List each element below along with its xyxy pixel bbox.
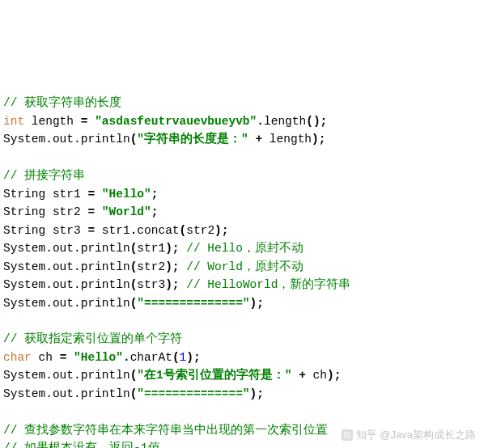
call: System.out.println xyxy=(3,387,130,400)
parens: (); xyxy=(306,115,327,128)
string-literal: "World" xyxy=(102,205,151,218)
string-literal: "Hello" xyxy=(74,351,123,364)
method: length xyxy=(264,115,306,128)
call: System.out.println xyxy=(3,242,130,255)
comment: // 获取指定索引位置的单个字符 xyxy=(3,332,182,345)
paren: ); xyxy=(312,133,325,146)
op-plus: + xyxy=(255,133,262,146)
comment: // 获取字符串的长度 xyxy=(3,96,121,109)
paren: ); xyxy=(214,224,228,237)
call: System.out.println xyxy=(3,133,130,146)
comment: // 查找参数字符串在本来字符串当中出现的第一次索引位置 xyxy=(3,424,328,437)
call: System.out.println xyxy=(3,297,130,310)
comment: // 拼接字符串 xyxy=(3,169,85,182)
watermark: 知 知乎 @Java架构成长之路 xyxy=(342,411,476,443)
type-string: String xyxy=(3,205,45,218)
string-literal: "在1号索引位置的字符是：" xyxy=(137,369,291,382)
string-literal: "asdasfeutrvauevbueyvb" xyxy=(95,115,257,128)
identifier: str2 xyxy=(53,205,81,218)
op-assign: = xyxy=(87,224,95,237)
op-assign: = xyxy=(87,205,95,218)
identifier: length xyxy=(32,115,74,128)
semi: ; xyxy=(151,188,159,201)
identifier: str1 xyxy=(102,224,130,237)
identifier: length xyxy=(270,133,312,146)
dot: . xyxy=(257,115,264,128)
identifier: ch xyxy=(39,351,53,364)
code-block: // 获取字符串的长度 int length = "asdasfeutrvaue… xyxy=(3,76,481,448)
identifier: str2 xyxy=(186,224,214,237)
op-assign: = xyxy=(60,351,67,364)
type-string: String xyxy=(3,224,45,237)
identifier: str1 xyxy=(53,188,81,201)
string-literal: "Hello" xyxy=(102,188,151,201)
keyword-int: int xyxy=(3,115,24,128)
string-literal: "==============" xyxy=(137,387,249,400)
keyword-char: char xyxy=(3,351,32,364)
identifier: str1 xyxy=(137,242,165,255)
call: System.out.println xyxy=(3,260,130,273)
semi: ; xyxy=(151,205,159,218)
number: 1 xyxy=(180,351,187,364)
comment: // World，原封不动 xyxy=(186,260,304,273)
string-literal: "==============" xyxy=(137,297,249,310)
identifier: ch xyxy=(313,369,327,382)
comment: // Hello，原封不动 xyxy=(186,242,304,255)
comment: // HelloWorld，新的字符串 xyxy=(186,278,350,291)
op-assign: = xyxy=(87,188,95,201)
zhihu-icon: 知 xyxy=(342,429,353,441)
paren: ( xyxy=(180,224,187,237)
identifier: str3 xyxy=(137,278,165,291)
watermark-text: 知乎 @Java架构成长之路 xyxy=(356,429,476,441)
identifier: str3 xyxy=(53,224,81,237)
call: System.out.println xyxy=(3,278,130,291)
call: System.out.println xyxy=(3,369,130,382)
string-literal: "字符串的长度是：" xyxy=(137,133,248,146)
method: concat xyxy=(137,224,179,237)
method: charAt xyxy=(130,351,172,364)
identifier: str2 xyxy=(137,260,165,273)
op-assign: = xyxy=(81,115,88,128)
type-string: String xyxy=(3,188,45,201)
comment: // 如果根本没有，返回-1值 xyxy=(3,442,160,448)
